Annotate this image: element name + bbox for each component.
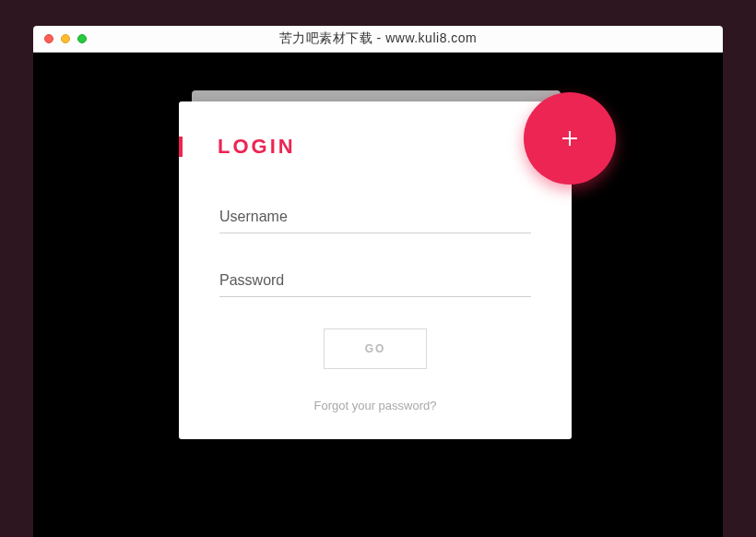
login-title: LOGIN — [218, 135, 296, 159]
window-close-button[interactable] — [44, 34, 53, 43]
forgot-password-link[interactable]: Forgot your password? — [314, 399, 437, 412]
go-button[interactable]: GO — [324, 328, 428, 369]
login-form: GO Forgot your password? — [179, 159, 572, 413]
card-header: LOGIN — [179, 101, 572, 159]
window-minimize-button[interactable] — [61, 34, 70, 43]
password-field-wrap — [219, 265, 531, 297]
card-accent-bar — [179, 137, 183, 157]
window-title: 苦力吧素材下载 - www.kuli8.com — [33, 30, 723, 47]
titlebar: 苦力吧素材下载 - www.kuli8.com — [33, 26, 723, 53]
traffic-lights — [44, 34, 87, 43]
login-card: LOGIN GO Forgot your password? — [179, 101, 572, 439]
password-input[interactable] — [219, 265, 531, 297]
username-input[interactable] — [219, 201, 531, 233]
username-field-wrap — [219, 201, 531, 233]
submit-row: GO — [219, 328, 531, 369]
browser-window: 苦力吧素材下载 - www.kuli8.com LOGIN — [33, 26, 723, 537]
forgot-row: Forgot your password? — [219, 397, 531, 413]
window-zoom-button[interactable] — [77, 34, 87, 43]
plus-icon — [559, 127, 581, 149]
add-button[interactable] — [524, 92, 616, 185]
viewport: LOGIN GO Forgot your password? — [33, 53, 723, 537]
